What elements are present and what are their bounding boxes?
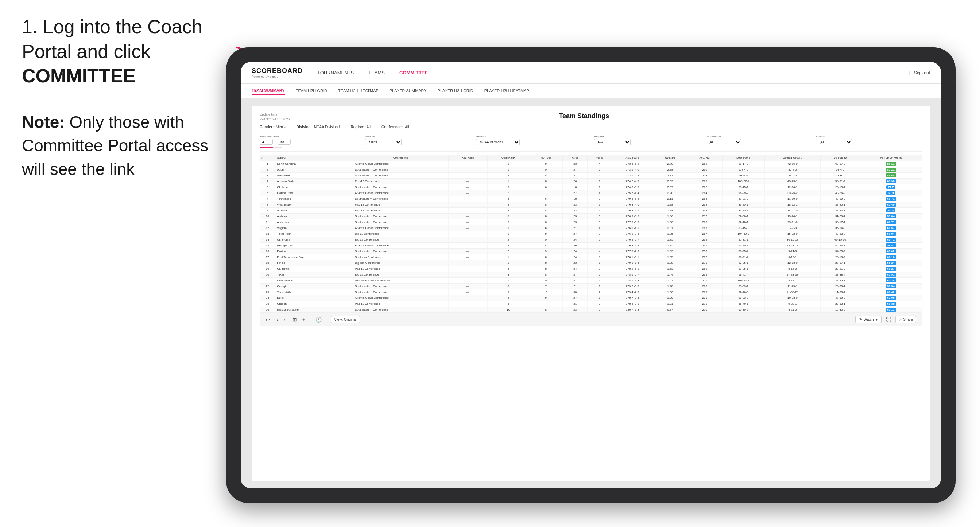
controls-section: Minimum Rou... – Gender Men's <box>260 132 922 152</box>
sub-navigation: TEAM SUMMARY TEAM H2H GRID TEAM H2H HEAT… <box>241 84 941 98</box>
instruction-title: 1. Log into the Coach Portal and click C… <box>22 14 234 89</box>
region-select[interactable]: N/A <box>594 139 631 145</box>
expand-icon[interactable]: ⛶ <box>886 317 891 322</box>
table-row: 15Georgia TechAtlantic Coast Conference—… <box>260 243 922 249</box>
content-panel: Update time: 27/03/2024 16:56:26 Team St… <box>251 106 930 481</box>
sub-nav-team-summary[interactable]: TEAM SUMMARY <box>251 87 285 95</box>
filter-conference: Conference: All <box>382 125 409 129</box>
table-header: # School Conference Reg Rank Conf Rank N… <box>260 154 922 161</box>
table-row: 4Arizona StatePac-12 Conference—18261274… <box>260 179 922 184</box>
standings-table: # School Conference Reg Rank Conf Rank N… <box>260 154 922 313</box>
view-original-button[interactable]: View: Original <box>331 316 360 323</box>
sub-nav-team-h2h-heatmap[interactable]: TEAM H2H HEATMAP <box>338 87 379 94</box>
bottom-toolbar: ↩ ↪ ← ⊞ ＋ 🕐 View: Original 👁 Watch ▼ <box>260 313 922 326</box>
table-row: 8WashingtonPac-12 Conference—28231276.3 … <box>260 202 922 208</box>
eye-icon: 👁 <box>859 317 862 321</box>
clock-icon[interactable]: 🕐 <box>315 317 322 322</box>
copy-icon[interactable]: ⊞ <box>293 317 297 322</box>
table-row: 11ArkansasSoutheastern Conference—682332… <box>260 219 922 225</box>
sub-nav-team-h2h-grid[interactable]: TEAM H2H GRID <box>296 87 327 94</box>
min-rounds-to[interactable] <box>278 139 291 145</box>
undo-icon[interactable]: ↩ <box>266 317 270 322</box>
col-vs-top25: Vs Top 25 <box>821 154 860 161</box>
update-time: Update time: 27/03/2024 16:56:26 <box>260 112 290 121</box>
instruction-text: Log into the Coach Portal and click <box>22 16 202 62</box>
nav-tournaments[interactable]: TOURNAMENTS <box>317 68 354 77</box>
watch-button[interactable]: 👁 Watch ▼ <box>855 316 882 323</box>
col-rnds: Rnds <box>563 154 587 161</box>
instruction-area: 1. Log into the Coach Portal and click C… <box>22 14 234 181</box>
tablet-device: SCOREBOARD Powered by clippd TOURNAMENTS… <box>226 48 956 503</box>
table-row: 2AuburnSoutheastern Conference—19276273.… <box>260 167 922 173</box>
control-school: School (All) <box>816 135 922 145</box>
note-section: Note: Only those with Committee Portal a… <box>22 110 234 181</box>
control-conference: Conference (All) <box>705 135 811 145</box>
filter-region: Region: All <box>351 125 371 129</box>
table-row: 22GeorgiaSoutheastern Conference—8721127… <box>260 284 922 289</box>
share-button[interactable]: ↗ Share <box>896 316 916 323</box>
table-row: 19CaliforniaPac-12 Conference—48242278.2… <box>260 266 922 272</box>
table-row: 20TexasBig 12 Conference—38276278.6 -0.7… <box>260 272 922 278</box>
panel-title: Team Standings <box>290 112 878 120</box>
control-division: Division NCAA Division I <box>476 135 590 145</box>
table-row: 1North CarolinaAtlantic Coast Conference… <box>260 161 922 167</box>
toolbar-separator-2 <box>326 316 326 323</box>
col-vs-top50: Vs Top 50 Points <box>860 154 922 161</box>
table-row: 13Texas TechBig 12 Conference—19272276.9… <box>260 231 922 237</box>
table-row: 9ArizonaPac-12 Conference—38234276.3 -4.… <box>260 208 922 214</box>
col-conference: Conference <box>353 154 448 161</box>
nav-teams[interactable]: TEAMS <box>368 68 385 77</box>
gender-select[interactable]: Men's <box>365 139 402 145</box>
col-reg-rank: Reg Rank <box>448 154 487 161</box>
table-row: 23Texas A&MSoutheastern Conference—91030… <box>260 289 922 295</box>
control-min-rounds: Minimum Rou... – <box>260 135 361 148</box>
table-row: 21New MexicoMountain West Conference—192… <box>260 278 922 284</box>
back-icon[interactable]: ← <box>283 317 288 322</box>
logo-sub: Powered by clippd <box>251 75 303 78</box>
filter-division: Division: NCAA Division I <box>296 125 340 129</box>
share-icon: ↗ <box>899 317 902 321</box>
redo-icon[interactable]: ↪ <box>274 317 278 322</box>
col-no-tour: No Tour <box>529 154 563 161</box>
control-region: Region N/A <box>594 135 701 145</box>
table-row: 24DukeAtlantic Coast Conference—59271278… <box>260 295 922 301</box>
plus-icon[interactable]: ＋ <box>301 316 306 323</box>
table-row: 26Mississippi StateSoutheastern Conferen… <box>260 307 922 313</box>
table-row: 25OregonPac-12 Conference—57210278.5 -3.… <box>260 301 922 307</box>
toolbar-right: 👁 Watch ▼ ⛶ ↗ Share <box>855 316 916 323</box>
main-content: Update time: 27/03/2024 16:56:26 Team St… <box>241 98 941 488</box>
sub-nav-player-h2h-grid[interactable]: PLAYER H2H GRID <box>438 87 473 94</box>
division-select[interactable]: NCAA Division I <box>476 139 520 145</box>
filters-row: Gender: Men's Division: NCAA Division I … <box>260 125 922 129</box>
table-row: 10AlabamaSoutheastern Conference—5823327… <box>260 214 922 219</box>
table-row: 18IllinoisBig Ten Conference—18231279.1 … <box>260 260 922 266</box>
table-row: 3VanderbiltSoutheastern Conference—28276… <box>260 173 922 179</box>
table-body: 1North CarolinaAtlantic Coast Conference… <box>260 161 922 313</box>
col-school: School <box>275 154 353 161</box>
filter-gender: Gender: Men's <box>260 125 286 129</box>
col-wins: Wins <box>587 154 612 161</box>
col-rank: # <box>260 154 275 161</box>
col-avg-sg: Avg. SG <box>653 154 687 161</box>
conference-select[interactable]: (All) <box>705 139 741 145</box>
step-number: 1. <box>22 16 38 37</box>
tablet-screen: SCOREBOARD Powered by clippd TOURNAMENTS… <box>241 62 941 488</box>
min-rounds-from[interactable] <box>260 139 273 145</box>
note-bold: Note: <box>22 113 65 132</box>
nav-committee[interactable]: COMMITTEE <box>399 68 428 77</box>
school-select[interactable]: (All) <box>816 139 852 145</box>
app-header: SCOREBOARD Powered by clippd TOURNAMENTS… <box>241 62 941 84</box>
col-low-score: Low Score <box>722 154 764 161</box>
sign-out-button[interactable]: Sign out <box>914 70 930 75</box>
toolbar-separator <box>311 316 311 323</box>
sub-nav-player-summary[interactable]: PLAYER SUMMARY <box>390 87 427 94</box>
col-overall-record: Overall Record <box>764 154 821 161</box>
sub-nav-player-h2h-heatmap[interactable]: PLAYER H2H HEATMAP <box>484 87 529 94</box>
control-gender: Gender Men's <box>365 135 472 145</box>
col-adj-score: Adj. Score <box>612 154 653 161</box>
scoreboard-logo: SCOREBOARD Powered by clippd <box>251 67 303 78</box>
col-avg-rd: Avg. Rd. <box>687 154 722 161</box>
sign-out-area: | Sign out <box>908 70 930 75</box>
committee-highlight: COMMITTEE <box>22 65 136 86</box>
table-row: 17East Tennessee StateSouthern Conferenc… <box>260 254 922 260</box>
